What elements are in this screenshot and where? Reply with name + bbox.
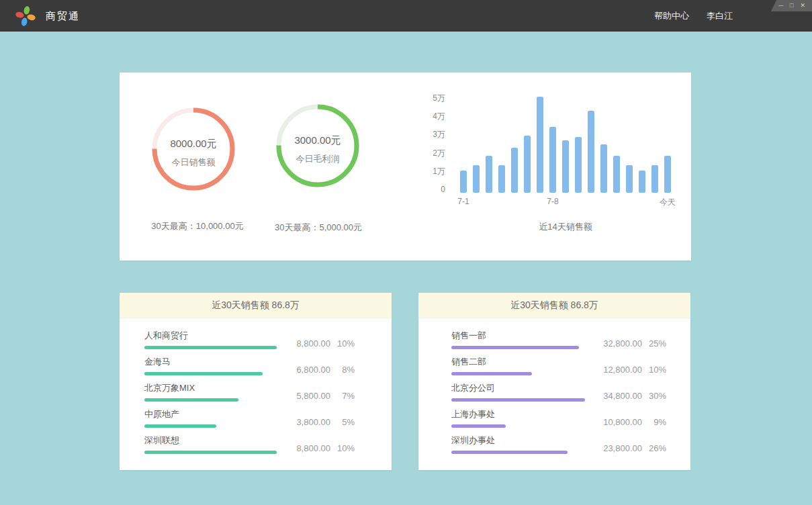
bar [473, 165, 480, 193]
amount-value: 5,800.00 [283, 391, 330, 401]
percent-value: 10% [330, 443, 355, 453]
percent-value: 26% [642, 443, 666, 453]
today-sales-donut: 8000.00元 今日销售额 [146, 102, 240, 196]
row-values: 23,800.0026% [595, 443, 666, 453]
close-button[interactable]: ✕ [800, 3, 805, 9]
window-controls: ─ □ ✕ [768, 0, 812, 11]
help-center-link[interactable]: 帮助中心 [654, 10, 689, 22]
list-item: 北京万象MIX5,800.007% [144, 383, 355, 409]
bar [511, 148, 518, 193]
percent-value: 8% [330, 365, 355, 375]
titlebar-nav: 帮助中心 李白江 [654, 0, 733, 32]
progress-bar [144, 346, 277, 349]
ranking-header: 近30天销售额 86.8万 [418, 293, 690, 318]
list-item: 上海办事处10,800.009% [451, 409, 666, 435]
bar [486, 156, 492, 193]
x-axis-tick: 7-1 [443, 197, 484, 206]
y-axis-tick: 3万 [423, 130, 445, 139]
amount-value: 34,800.00 [595, 391, 642, 401]
bar [588, 111, 594, 193]
row-values: 12,800.0010% [595, 365, 666, 375]
progress-bar [144, 372, 263, 375]
ranking-list: 人和商贸行8,800.0010%金海马6,800.008%北京万象MIX5,80… [120, 318, 392, 461]
donut-center-text: 3000.00元 今日毛利润 [271, 99, 365, 193]
percent-value: 9% [642, 417, 666, 427]
bar [651, 165, 658, 193]
today-profit-donut: 3000.00元 今日毛利润 [271, 99, 365, 193]
ranking-header: 近30天销售额 86.8万 [120, 293, 392, 318]
percent-value: 10% [330, 338, 355, 349]
list-item: 销售一部32,800.0025% [451, 330, 666, 357]
bar [613, 156, 620, 193]
progress-bar [144, 398, 238, 402]
department-sales-ranking-card: 近30天销售额 86.8万 销售一部32,800.0025%销售二部12,800… [418, 293, 690, 470]
list-item: 人和商贸行8,800.0010% [144, 330, 355, 357]
pinwheel-logo-icon [15, 5, 36, 27]
user-menu[interactable]: 李白江 [707, 10, 733, 22]
amount-value: 12,800.00 [595, 365, 642, 375]
percent-value: 30% [642, 391, 666, 401]
donut-center-text: 8000.00元 今日销售额 [146, 102, 240, 196]
ranking-title: 近30天销售额 86.8万 [212, 300, 300, 312]
list-item: 中原地产3,800.005% [144, 409, 355, 435]
bar [562, 140, 569, 193]
bar-chart-title: 近14天销售额 [460, 221, 671, 233]
profit-30d-max: 30天最高：5,000.00元 [243, 222, 394, 234]
progress-bar [144, 451, 277, 454]
list-item: 深圳办事处23,800.0026% [451, 435, 666, 461]
x-axis-tick: 今天 [647, 197, 688, 208]
bar [498, 165, 505, 193]
list-item: 销售二部12,800.0010% [451, 357, 666, 383]
today-sales-value: 8000.00元 [170, 138, 216, 150]
bar [626, 165, 633, 193]
today-profit-caption: 今日毛利润 [296, 153, 340, 165]
y-axis-tick: 4万 [423, 111, 445, 121]
progress-bar [451, 346, 579, 349]
amount-value: 8,800.00 [283, 338, 330, 349]
sales-14d-bar-chart: 近14天销售额 5万4万3万2万1万07-17-8今天 [423, 84, 692, 245]
minimize-button[interactable]: ─ [779, 3, 783, 9]
percent-value: 10% [642, 365, 666, 375]
amount-value: 23,800.00 [595, 443, 642, 453]
row-values: 8,800.0010% [283, 443, 355, 453]
amount-value: 6,800.00 [283, 365, 330, 375]
percent-value: 5% [330, 417, 355, 427]
customer-sales-ranking-card: 近30天销售额 86.8万 人和商贸行8,800.0010%金海马6,800.0… [120, 293, 392, 470]
row-values: 32,800.0025% [595, 338, 666, 349]
y-axis-tick: 1万 [423, 167, 445, 176]
bar [524, 136, 531, 193]
progress-bar [144, 424, 216, 428]
row-values: 6,800.008% [283, 365, 355, 375]
bar [575, 137, 582, 193]
progress-bar [451, 398, 585, 402]
today-sales-caption: 今日销售额 [172, 156, 216, 169]
percent-value: 25% [642, 338, 666, 349]
list-item: 金海马6,800.008% [144, 357, 355, 383]
summary-card: 8000.00元 今日销售额 30天最高：10,000.00元 3000.00元… [120, 73, 691, 261]
ranking-list: 销售一部32,800.0025%销售二部12,800.0010%北京分公司34,… [418, 318, 690, 461]
app-title: 商贸通 [46, 0, 80, 32]
x-axis-tick: 7-8 [533, 197, 573, 206]
row-values: 10,800.009% [595, 417, 666, 427]
progress-bar [451, 372, 532, 375]
amount-value: 10,800.00 [595, 417, 642, 427]
today-profit-value: 3000.00元 [294, 134, 341, 147]
row-values: 5,800.007% [283, 391, 355, 401]
progress-bar [451, 424, 506, 428]
bar [549, 127, 556, 193]
bar [537, 97, 543, 193]
bar [600, 144, 607, 193]
amount-value: 8,800.00 [283, 443, 330, 453]
bar [664, 156, 671, 193]
y-axis-tick: 5万 [423, 93, 445, 103]
list-item: 北京分公司34,800.0030% [451, 383, 666, 409]
amount-value: 32,800.00 [595, 338, 642, 349]
percent-value: 7% [330, 391, 355, 401]
ranking-title: 近30天销售额 86.8万 [510, 300, 598, 312]
row-values: 34,800.0030% [595, 391, 666, 401]
amount-value: 3,800.00 [283, 417, 330, 427]
list-item: 深圳联想8,800.0010% [144, 435, 355, 461]
row-values: 8,800.0010% [283, 338, 355, 349]
maximize-button[interactable]: □ [790, 3, 793, 9]
progress-bar [451, 451, 568, 454]
